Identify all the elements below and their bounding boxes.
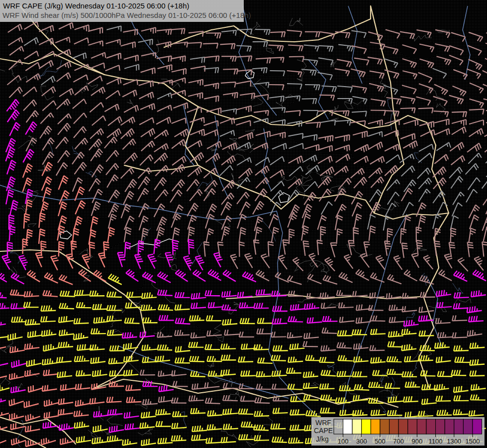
wind-barb xyxy=(191,408,205,414)
wind-barb xyxy=(44,273,58,283)
wind-barb xyxy=(139,118,154,125)
wind-barb xyxy=(223,270,236,281)
wind-barb xyxy=(419,307,434,313)
wind-barb xyxy=(471,384,486,390)
dark-patch xyxy=(314,244,373,279)
wind-barb xyxy=(354,58,369,66)
wind-barb xyxy=(74,113,87,124)
wind-barb xyxy=(269,45,284,51)
wind-barb xyxy=(0,439,6,446)
wind-barb xyxy=(8,37,23,45)
terrain-contour xyxy=(18,138,36,148)
wind-barb xyxy=(371,111,386,116)
wind-barb xyxy=(73,178,83,192)
wind-barb xyxy=(171,90,186,96)
terrain-contour xyxy=(150,40,159,57)
wind-barb xyxy=(288,275,302,284)
wind-barb xyxy=(58,150,70,162)
wind-barb xyxy=(141,141,155,151)
wind-barb xyxy=(176,346,191,352)
wind-barb xyxy=(240,93,255,99)
wind-barb xyxy=(57,371,72,378)
wind-barb xyxy=(271,132,285,138)
dark-patch xyxy=(102,269,145,294)
wind-barb xyxy=(124,55,138,61)
wind-barb xyxy=(89,139,102,150)
wind-barb xyxy=(254,344,269,350)
wind-barb xyxy=(458,258,468,271)
wind-barb xyxy=(222,109,237,114)
wind-barb xyxy=(11,438,26,445)
wind-barb xyxy=(58,342,73,348)
wind-barb xyxy=(339,303,354,308)
wind-barb xyxy=(239,303,254,308)
wind-barb xyxy=(236,120,250,126)
wind-barb xyxy=(435,342,450,348)
wind-barb xyxy=(0,410,9,417)
wind-barb xyxy=(304,333,319,339)
wind-barb xyxy=(401,166,415,176)
wind-barb xyxy=(255,157,270,165)
wind-barb xyxy=(82,254,90,269)
wind-barb xyxy=(402,329,417,335)
wind-barb xyxy=(192,293,206,299)
wind-barb xyxy=(278,255,287,269)
wind-barb xyxy=(484,226,487,241)
wind-barb xyxy=(272,291,287,296)
wind-barb xyxy=(438,371,453,377)
wind-barb xyxy=(269,85,284,90)
wind-barb xyxy=(39,213,45,228)
river xyxy=(463,6,470,80)
wind-barb xyxy=(189,31,203,37)
country-border xyxy=(92,379,398,407)
wind-barb xyxy=(135,254,143,269)
wind-barb xyxy=(107,305,122,311)
wind-barb xyxy=(148,254,157,269)
wind-barb xyxy=(275,272,289,282)
wind-barb xyxy=(451,228,457,243)
wind-barb xyxy=(24,291,39,297)
wind-barb xyxy=(57,357,72,363)
cape-contour xyxy=(127,239,179,249)
wind-barb xyxy=(387,369,402,374)
wind-barb xyxy=(205,290,220,296)
wind-barb xyxy=(388,410,402,416)
wind-barb xyxy=(452,119,466,125)
wind-barb xyxy=(188,167,201,177)
wind-barb xyxy=(412,253,419,268)
wind-barb xyxy=(105,65,120,71)
wind-barb xyxy=(418,73,432,83)
wind-barb xyxy=(321,345,336,351)
wind-barb xyxy=(172,180,185,191)
wind-barb xyxy=(469,228,476,243)
wind-barb xyxy=(254,111,269,116)
wind-barb xyxy=(159,315,174,321)
wind-barb xyxy=(89,41,103,46)
legend-color-cell xyxy=(390,419,399,434)
terrain-contour xyxy=(107,416,123,426)
wind-barb xyxy=(175,357,190,363)
wind-barb xyxy=(261,254,270,268)
wind-barb xyxy=(468,153,481,164)
wind-barb xyxy=(205,398,220,404)
wind-barb xyxy=(173,411,188,417)
wind-barb xyxy=(90,128,103,139)
wind-barb xyxy=(376,256,385,270)
wind-barb xyxy=(75,201,86,215)
wind-barb xyxy=(256,289,271,295)
wind-barb xyxy=(384,216,391,231)
wind-barb xyxy=(289,156,303,164)
wind-barb xyxy=(417,168,431,178)
wind-barb xyxy=(121,128,134,139)
legend-color-cell xyxy=(463,419,473,434)
wind-barb xyxy=(42,87,56,96)
wind-barb xyxy=(107,436,122,442)
legend-unit-label: J/kg xyxy=(316,435,329,443)
wind-barb xyxy=(485,142,487,152)
wind-barb xyxy=(237,157,251,165)
wind-barb xyxy=(454,303,469,309)
wind-barb xyxy=(125,179,137,192)
wind-barb xyxy=(254,435,269,441)
country-border xyxy=(0,429,46,448)
wind-barb xyxy=(270,32,285,37)
